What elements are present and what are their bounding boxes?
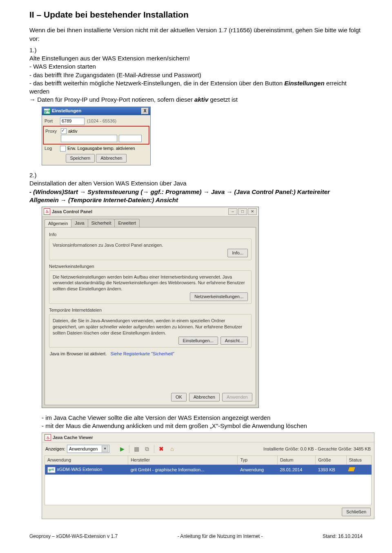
cancel-button[interactable]: Abbrechen	[96, 154, 127, 163]
item-marker: 1.)	[29, 46, 42, 54]
ok-button[interactable]: OK	[171, 393, 187, 401]
port-label: Port	[45, 118, 60, 124]
cache-status: Installierte Größe: 0.0 KB - Gecachte Gr…	[263, 446, 371, 452]
cell-app: xGDM-WAS Extension	[57, 467, 102, 472]
network-settings-button[interactable]: Netzwerkeinstellungen...	[190, 292, 248, 301]
cache-table: Anwendung Hersteller Typ Datum Größe Sta…	[45, 455, 372, 474]
group-desc: Die Netzwerkeinstellungen werden beim Au…	[53, 274, 248, 292]
intro-text: Wenn die bei Ihnen installierte Version …	[29, 26, 363, 43]
body-text: - das betrifft Ihre Zugangsdaten (E-Mail…	[29, 71, 350, 79]
cancel-button[interactable]: Abbrechen	[189, 393, 220, 401]
proxy-active-checkbox[interactable]	[61, 128, 67, 134]
maximize-icon[interactable]: □	[238, 208, 247, 215]
proxy-ip-input[interactable]	[61, 135, 117, 142]
page-footer: Geoproxy – xGDM-WAS-Extension v 1.7 - An…	[29, 533, 363, 540]
security-tab-link[interactable]: Siehe Registerkarte "Sicherheit"	[111, 351, 174, 356]
cell-date: 28.01.2014	[277, 465, 315, 475]
log-label: Log	[45, 145, 60, 152]
port-input[interactable]: 6789	[60, 118, 85, 125]
save-button[interactable]: Speichern	[66, 154, 95, 163]
proxy-label: Proxy	[45, 128, 61, 134]
table-row[interactable]: gritxGDM-WAS Extension grit GmbH - graph…	[45, 465, 372, 475]
resource-icon[interactable]: ▦	[132, 445, 140, 453]
show-label: Anzeigen:	[45, 446, 65, 452]
status-icon	[349, 467, 354, 473]
footer-mid: - Anleitung für die Nutzung im Internet …	[178, 533, 263, 540]
group-title: Netzwerkeinstellungen	[49, 263, 252, 270]
group-desc: Dateien, die Sie in Java-Anwendungen ver…	[53, 318, 248, 336]
col-app[interactable]: Anwendung	[45, 456, 128, 465]
cell-size: 1393 KB	[316, 465, 346, 475]
proxy-checkbox-label: aktiv	[68, 128, 78, 134]
item-title: Deinstallation der alten Version WAS Ext…	[29, 180, 187, 187]
show-select[interactable]: Anwendungen	[67, 445, 109, 453]
home-icon[interactable]: ⌂	[168, 445, 176, 453]
group-title: Info	[49, 232, 252, 238]
settings-button[interactable]: Einstellungen...	[178, 337, 218, 345]
group-desc: Versionsinformationen zu Java Control Pa…	[53, 242, 248, 248]
cell-type: Anwendung	[238, 465, 277, 475]
body-text: → Daten für Proxy-IP und Proxy-Port noti…	[29, 96, 350, 104]
einstellungen-dialog: grit Einstellungen X Port 6789 (1024 - 6…	[42, 107, 151, 166]
col-size[interactable]: Größe	[316, 456, 346, 465]
table-empty-area	[45, 475, 372, 505]
close-icon[interactable]: X	[141, 108, 149, 114]
group-title: Temporäre Internetdateien	[49, 307, 252, 313]
body-text: - im Java Cache Viewer sollte die alte V…	[42, 414, 363, 422]
highlight-box: Proxy aktiv	[43, 126, 149, 145]
col-date[interactable]: Datum	[277, 456, 315, 465]
window-title: Java Control Panel	[52, 209, 227, 215]
item-marker: 2.)	[29, 171, 42, 179]
log-checkbox-label: Erw. Logausgabe temp. aktivieren	[67, 145, 135, 152]
apply-button[interactable]: Anwenden	[222, 393, 252, 401]
browser-status: Java im Browser ist aktiviert. Siehe Reg…	[50, 351, 251, 357]
java-control-panel: ♨ Java Control Panel – □ ✕ Allgemein Jav…	[42, 207, 259, 408]
cell-vendor: grit GmbH - graphische Information...	[128, 465, 238, 475]
tab-allgemein[interactable]: Allgemein	[45, 219, 71, 227]
tab-java[interactable]: Java	[71, 219, 88, 227]
java-icon: ♨	[45, 434, 51, 441]
view-button[interactable]: Ansicht...	[220, 337, 248, 345]
minimize-icon[interactable]: –	[228, 208, 237, 215]
col-vendor[interactable]: Hersteller	[128, 456, 238, 465]
network-group: Die Netzwerkeinstellungen werden beim Au…	[49, 270, 252, 304]
col-status[interactable]: Status	[346, 456, 371, 465]
close-icon[interactable]: ✕	[248, 208, 257, 215]
proxy-port-input[interactable]	[119, 135, 142, 142]
body-text: - das betrifft weiterhin mögliche Netzwe…	[29, 79, 350, 96]
close-button[interactable]: Schließen	[342, 508, 371, 516]
footer-right: Stand: 16.10.2014	[323, 533, 363, 540]
footer-left: Geoproxy – xGDM-WAS-Extension v 1.7	[29, 533, 118, 540]
dialog-title: Einstellungen	[52, 108, 141, 114]
body-text: - WAS Extension starten	[29, 62, 350, 71]
page-title: II – Update bei bestehender Installation	[29, 9, 363, 20]
app-icon: grit	[47, 467, 56, 473]
run-icon[interactable]: ▶	[118, 445, 126, 453]
delete-icon[interactable]: ✖	[157, 445, 165, 453]
window-title: Java Cache Viewer	[53, 435, 93, 441]
shortcut-icon[interactable]: ⧉	[143, 445, 151, 453]
java-cache-viewer: ♨ Java Cache Viewer Anzeigen: Anwendunge…	[42, 433, 374, 519]
app-icon: grit	[44, 108, 50, 114]
tab-erweitert[interactable]: Erweitert	[114, 219, 139, 227]
body-text: - (Windows)Start → Systemsteuerung (→ gg…	[29, 188, 350, 205]
body-text: - mit der Maus die Anwendung anklicken u…	[42, 422, 363, 430]
tempfiles-group: Dateien, die Sie in Java-Anwendungen ver…	[49, 314, 252, 348]
java-icon: ♨	[44, 208, 50, 215]
tab-sicherheit[interactable]: Sicherheit	[88, 219, 115, 227]
list-item: 2.) Deinstallation der alten Version WAS…	[29, 171, 363, 204]
log-checkbox[interactable]	[60, 146, 66, 152]
info-button[interactable]: Info...	[227, 249, 248, 257]
item-title: Alte Einstellungen aus der WAS Extension…	[29, 55, 190, 62]
list-item: 1.) Alte Einstellungen aus der WAS Exten…	[29, 46, 363, 104]
col-type[interactable]: Typ	[238, 456, 277, 465]
port-hint: (1024 - 65536)	[87, 118, 116, 124]
info-group: Versionsinformationen zu Java Control Pa…	[49, 239, 252, 260]
cell-status	[346, 465, 371, 475]
